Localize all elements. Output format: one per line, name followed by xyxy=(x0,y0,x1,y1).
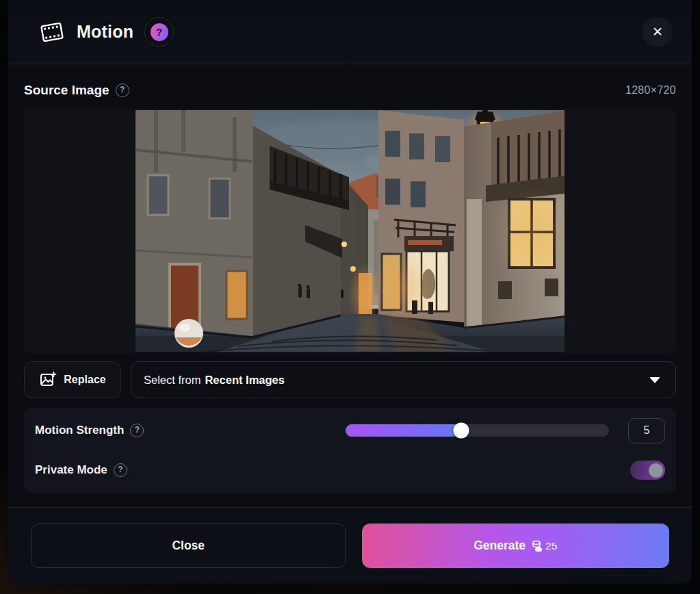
dialog-header: Motion ? ✕ xyxy=(8,0,692,64)
generate-label: Generate xyxy=(474,539,526,553)
motion-strength-thumb[interactable] xyxy=(454,423,469,439)
private-mode-row: Private Mode ? xyxy=(35,457,665,483)
motion-help-button[interactable]: ? xyxy=(144,17,174,47)
motion-dialog: Motion ? ✕ Source Image ? 1280×720 xyxy=(8,0,692,578)
coins-icon xyxy=(532,540,543,552)
private-mode-help-icon[interactable]: ? xyxy=(114,463,127,477)
cost-badge: 25 xyxy=(532,540,557,552)
motion-strength-value[interactable]: 5 xyxy=(628,418,665,443)
source-image-label: Source Image xyxy=(24,83,109,98)
close-icon[interactable]: ✕ xyxy=(643,17,673,47)
dropdown-prefix: Select from xyxy=(144,374,200,387)
motion-strength-label: Motion Strength xyxy=(35,424,124,437)
private-mode-toggle[interactable] xyxy=(630,461,665,480)
motion-strength-fill xyxy=(346,424,461,437)
private-mode-label: Private Mode xyxy=(35,463,107,477)
image-dimensions: 1280×720 xyxy=(625,84,676,96)
replace-label: Replace xyxy=(64,374,105,386)
source-image-row: Source Image ? 1280×720 xyxy=(24,81,676,100)
image-picker-row: Replace Select from Recent Images xyxy=(24,361,676,398)
dialog-footer: Close Generate 25 xyxy=(8,507,692,584)
motion-strength-help-icon[interactable]: ? xyxy=(130,424,144,437)
source-image-frame xyxy=(24,109,676,353)
recent-images-dropdown[interactable]: Select from Recent Images xyxy=(131,361,676,398)
dialog-title: Motion xyxy=(77,22,133,42)
source-help-icon[interactable]: ? xyxy=(116,83,129,97)
dialog-body: Source Image ? 1280×720 xyxy=(8,64,692,493)
toggle-knob xyxy=(649,463,663,478)
image-plus-icon xyxy=(39,371,57,389)
cost-value: 25 xyxy=(545,540,557,552)
source-image-preview xyxy=(135,110,565,352)
replace-button[interactable]: Replace xyxy=(24,361,121,398)
caret-down-icon xyxy=(649,377,660,383)
close-button[interactable]: Close xyxy=(31,524,346,568)
motion-strength-row: Motion Strength ? 5 xyxy=(35,417,665,443)
motion-strength-slider[interactable] xyxy=(346,424,609,437)
settings-panel: Motion Strength ? 5 Private Mode ? xyxy=(24,408,676,493)
help-icon: ? xyxy=(151,23,168,41)
generate-button[interactable]: Generate 25 xyxy=(362,524,670,568)
dropdown-selection: Recent Images xyxy=(205,374,284,387)
film-strip-icon xyxy=(38,18,66,46)
